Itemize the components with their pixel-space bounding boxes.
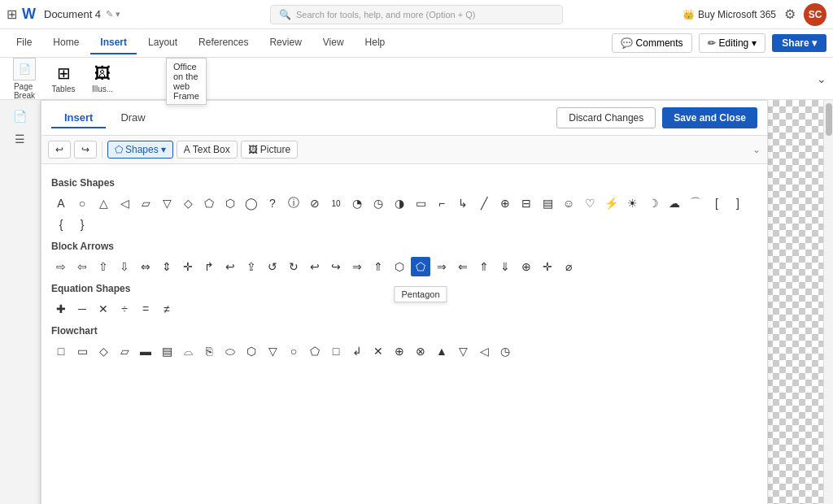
shape-heart[interactable]: ♡: [580, 193, 600, 213]
flow-alt-process[interactable]: ▭: [72, 341, 92, 361]
arrow-chevron-left[interactable]: ⇐: [453, 257, 473, 276]
shape-question[interactable]: ?: [263, 193, 282, 213]
tables-icon[interactable]: ⊞: [57, 63, 71, 83]
tab-help[interactable]: Help: [355, 32, 395, 54]
flow-or[interactable]: ⊕: [390, 341, 409, 361]
picture-button[interactable]: 🖼 Picture: [241, 141, 298, 159]
shape-arc[interactable]: ⌒: [686, 193, 705, 213]
arrow-up-down[interactable]: ⇕: [157, 257, 177, 276]
shape-bracket-right[interactable]: ]: [728, 193, 748, 213]
flow-extract[interactable]: ▽: [453, 341, 473, 361]
page-break-icon[interactable]: 📄: [13, 58, 36, 80]
flow-loop-limit[interactable]: ○: [284, 341, 303, 361]
shape-triangle[interactable]: △: [94, 193, 113, 213]
arrow-circular-2[interactable]: ↻: [284, 257, 303, 276]
shape-hexagon[interactable]: ⬡: [220, 193, 240, 213]
share-button[interactable]: Share ▾: [772, 34, 826, 52]
shape-brace-left[interactable]: {: [51, 215, 71, 234]
flow-merge[interactable]: ◁: [474, 341, 494, 361]
flow-terminator[interactable]: ⬭: [220, 341, 240, 361]
arrow-up-small[interactable]: ⇑: [474, 257, 494, 276]
text-box-button[interactable]: A Text Box: [177, 141, 238, 159]
arrow-notched[interactable]: ⬡: [390, 257, 409, 276]
arrow-down[interactable]: ⇩: [115, 257, 134, 276]
tab-home[interactable]: Home: [43, 32, 89, 54]
arrow-striped-up[interactable]: ⇑: [369, 257, 388, 276]
eq-not-equal[interactable]: ≠: [157, 299, 177, 319]
arrow-chevron-right[interactable]: ⇒: [432, 257, 451, 276]
arrow-bend-right[interactable]: ↱: [199, 257, 219, 276]
shape-cloud[interactable]: ☁: [665, 193, 684, 213]
arrow-swoosh-left[interactable]: ↩: [305, 257, 325, 276]
shape-diagonal-stripe[interactable]: ╱: [474, 193, 494, 213]
shape-moon[interactable]: ☽: [643, 193, 663, 213]
flow-off-page[interactable]: ⬠: [305, 341, 325, 361]
arrow-four-way[interactable]: ✛: [178, 257, 198, 276]
search-box[interactable]: 🔍 Search for tools, help, and more (Opti…: [270, 5, 563, 24]
arrow-u-turn[interactable]: ↩: [220, 257, 240, 276]
arrow-curved-up[interactable]: ⇪: [242, 257, 261, 276]
scrollbar-thumb[interactable]: [826, 103, 832, 136]
eq-multiply[interactable]: ✕: [94, 299, 113, 319]
buy-ms365-button[interactable]: 👑 Buy Microsoft 365: [683, 9, 776, 20]
shape-plus[interactable]: ⊕: [495, 193, 515, 213]
flow-decision[interactable]: ◇: [94, 341, 113, 361]
arrow-cross[interactable]: ✛: [538, 257, 557, 276]
flow-preparation[interactable]: ⬡: [242, 341, 261, 361]
shape-pentagon-highlighted[interactable]: ⬠ Pentagon: [411, 257, 430, 276]
shapes-scroll-area[interactable]: Basic Shapes A ○ △ ◁ ▱ ▽ ◇ ⬠ ⬡ ◯ ? ⓘ ⊘ 1…: [41, 164, 767, 504]
arrow-u-shape[interactable]: ⌀: [559, 257, 578, 276]
arrow-down-small[interactable]: ⇓: [495, 257, 515, 276]
shape-heptagon[interactable]: ◯: [242, 193, 261, 213]
tab-references[interactable]: References: [189, 32, 258, 54]
shape-sun[interactable]: ☀: [622, 193, 642, 213]
tab-file[interactable]: File: [7, 32, 41, 54]
flow-predefined[interactable]: ▬: [136, 341, 155, 361]
tab-review[interactable]: Review: [259, 32, 311, 54]
illustrations-icon[interactable]: 🖼: [94, 64, 111, 83]
arrow-circular[interactable]: ↺: [263, 257, 282, 276]
pages-icon[interactable]: 📄: [10, 106, 30, 126]
right-scrollbar[interactable]: [823, 100, 833, 504]
shape-half-frame[interactable]: ⌐: [432, 193, 451, 213]
tab-insert[interactable]: Insert: [90, 32, 137, 54]
shape-info[interactable]: ⓘ: [284, 193, 303, 213]
undo-button[interactable]: ↩: [48, 141, 71, 159]
shape-teardrop[interactable]: ◑: [390, 193, 409, 213]
shape-num10[interactable]: 10: [326, 193, 346, 213]
shape-no-symbol[interactable]: ⊘: [305, 193, 325, 213]
flow-summing[interactable]: ✕: [369, 341, 388, 361]
shape-parallelogram[interactable]: ▱: [136, 193, 155, 213]
shape-text[interactable]: A: [51, 193, 71, 213]
eq-minus[interactable]: ─: [72, 299, 92, 319]
eq-equals[interactable]: =: [136, 299, 155, 319]
shape-pie[interactable]: ◔: [347, 193, 367, 213]
flow-data[interactable]: ▱: [115, 341, 134, 361]
shape-diamond[interactable]: ◇: [178, 193, 198, 213]
flow-manual[interactable]: ▽: [263, 341, 282, 361]
shape-corner[interactable]: ↳: [453, 193, 473, 213]
settings-button[interactable]: ⚙: [784, 7, 796, 22]
flow-stored[interactable]: ◷: [495, 341, 515, 361]
flow-sort[interactable]: ▲: [432, 341, 451, 361]
editing-button[interactable]: ✏ Editing ▾: [699, 33, 766, 53]
nav-icon[interactable]: ☰: [11, 129, 28, 149]
arrow-quad[interactable]: ⊕: [517, 257, 536, 276]
flow-document[interactable]: ⌓: [178, 341, 198, 361]
comments-button[interactable]: 💬 Comments: [612, 33, 692, 53]
flow-process[interactable]: □: [51, 341, 71, 361]
panel-drop-arrow[interactable]: ⌄: [752, 144, 761, 155]
shape-right-triangle[interactable]: ◁: [115, 193, 134, 213]
arrow-striped-right[interactable]: ⇒: [347, 257, 367, 276]
shape-chord[interactable]: ◷: [369, 193, 388, 213]
flow-collate[interactable]: ⊗: [411, 341, 430, 361]
flow-internal-storage[interactable]: ▤: [157, 341, 177, 361]
flow-multi-doc[interactable]: ⎘: [199, 341, 219, 361]
tab-layout[interactable]: Layout: [138, 32, 187, 54]
arrow-up[interactable]: ⇧: [94, 257, 113, 276]
arrow-left[interactable]: ⇦: [72, 257, 92, 276]
shape-minus[interactable]: ⊟: [517, 193, 536, 213]
arrow-swoosh-right[interactable]: ↪: [326, 257, 346, 276]
eq-divide[interactable]: ÷: [115, 299, 134, 319]
shape-pentagon[interactable]: ⬠: [199, 193, 219, 213]
